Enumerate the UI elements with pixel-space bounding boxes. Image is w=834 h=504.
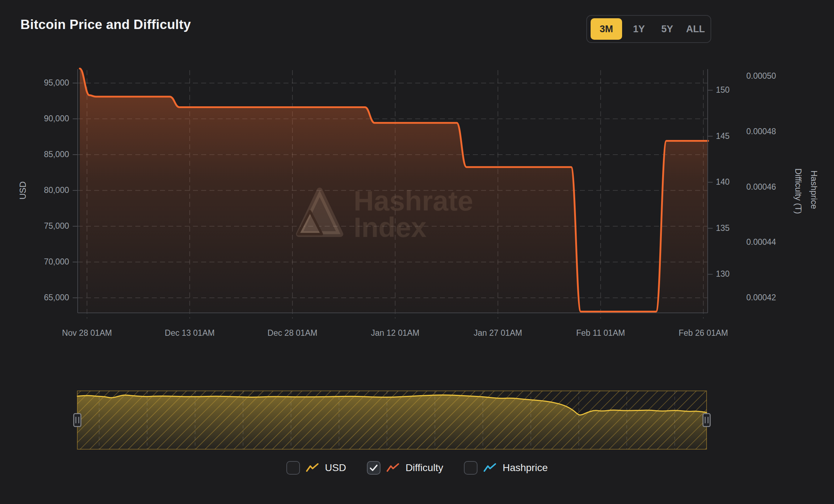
x-axis-label: Dec 13 01AM — [157, 328, 222, 338]
usd-axis-label: 80,000 — [44, 185, 69, 195]
x-axis-label: Nov 28 01AM — [55, 328, 119, 338]
legend-checkbox-difficulty[interactable] — [367, 461, 380, 475]
hashprice-series-zigzag-icon — [483, 463, 497, 473]
usd-axis-label: 95,000 — [44, 78, 69, 88]
usd-axis-label: 90,000 — [44, 114, 69, 123]
difficulty-axis-title: Difficulty (T) — [794, 168, 803, 214]
usd-series-zigzag-icon — [306, 463, 319, 473]
navigator-strip[interactable] — [74, 391, 710, 449]
legend-checkbox-hashprice[interactable] — [464, 461, 477, 475]
hashprice-axis-label: 0.00044 — [746, 237, 776, 247]
difficulty-axis-label: 135 — [716, 223, 729, 233]
legend-checkbox-usd[interactable] — [286, 461, 300, 475]
checkmark-icon — [368, 462, 379, 473]
legend-label-usd: USD — [325, 462, 346, 474]
usd-axis-label: 85,000 — [44, 150, 69, 159]
navigator-right-handle[interactable] — [703, 414, 710, 427]
navigator-hatch — [77, 391, 707, 449]
x-axis-label: Dec 28 01AM — [260, 328, 325, 338]
legend: USDDifficultyHashprice — [0, 461, 834, 475]
chart-canvas: Hashrate Index USD Difficulty (T) Hashpr… — [0, 0, 834, 504]
legend-item-difficulty[interactable]: Difficulty — [367, 461, 443, 475]
hashprice-axis-label: 0.00048 — [746, 127, 776, 136]
legend-item-hashprice[interactable]: Hashprice — [464, 461, 548, 475]
legend-item-usd[interactable]: USD — [286, 461, 346, 475]
usd-axis-title: USD — [18, 181, 28, 200]
difficulty-axis-label: 150 — [716, 85, 729, 95]
hashprice-axis-label: 0.00042 — [746, 293, 776, 302]
usd-axis-label: 75,000 — [44, 221, 69, 231]
legend-label-hashprice: Hashprice — [503, 462, 548, 474]
usd-axis-label: 70,000 — [44, 257, 69, 267]
legend-label-difficulty: Difficulty — [406, 462, 443, 474]
difficulty-axis-label: 140 — [716, 177, 729, 187]
hashprice-axis-title: Hashprice — [809, 170, 819, 209]
navigator-left-handle[interactable] — [74, 414, 81, 427]
bitcoin-price-difficulty-chart: Bitcoin Price and Difficulty 3M1Y5YALL H… — [0, 0, 834, 504]
hashprice-axis-label: 0.00046 — [746, 182, 776, 192]
difficulty-axis-label: 130 — [716, 269, 729, 279]
usd-axis-label: 65,000 — [44, 293, 69, 302]
difficulty-axis-label: 145 — [716, 131, 729, 141]
difficulty-series-zigzag-icon — [386, 463, 400, 473]
x-axis-label: Feb 11 01AM — [568, 328, 633, 338]
hashprice-axis-label: 0.00050 — [746, 71, 776, 81]
x-axis-label: Feb 26 01AM — [671, 328, 736, 338]
x-axis-label: Jan 27 01AM — [466, 328, 530, 338]
x-axis-label: Jan 12 01AM — [363, 328, 427, 338]
